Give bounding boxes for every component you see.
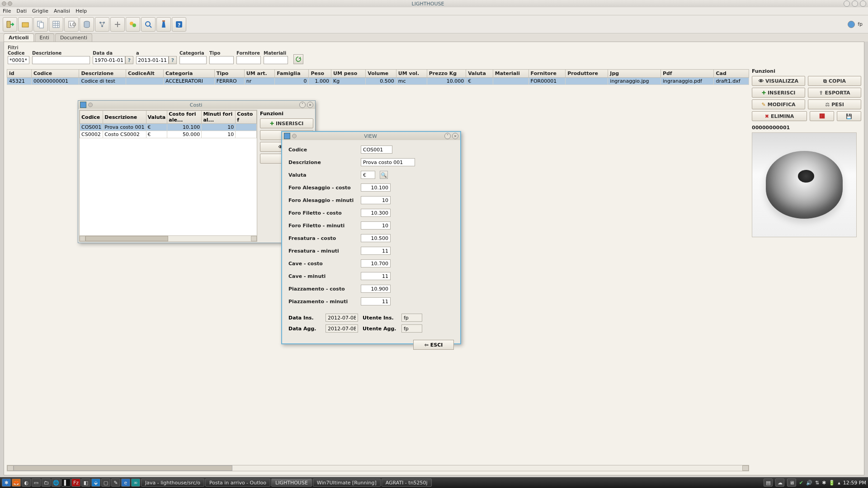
- toolbar-db-icon[interactable]: [80, 17, 94, 32]
- firefox-icon[interactable]: 🦊: [12, 479, 21, 487]
- costi-header[interactable]: Minuti fori al...: [202, 111, 236, 124]
- grid-cell[interactable]: 0.500: [366, 78, 396, 85]
- konsole-icon[interactable]: ▌: [61, 479, 71, 487]
- grid-header[interactable]: Descrizione: [79, 70, 126, 78]
- grid-header[interactable]: Materiali: [493, 70, 528, 78]
- table-row[interactable]: 4532100000000001Codice di testACCELERATO…: [7, 78, 749, 85]
- chrome-icon[interactable]: ◐: [22, 479, 31, 487]
- grid-header[interactable]: Prezzo Kg: [427, 70, 466, 78]
- grid-header[interactable]: UM peso: [331, 70, 366, 78]
- grid-cell[interactable]: FERRRO: [214, 78, 244, 85]
- costi-cell[interactable]: 10: [202, 124, 236, 131]
- toolbar-nav-icon[interactable]: [110, 17, 125, 32]
- copia-button[interactable]: ⧉COPIA: [808, 76, 861, 86]
- toolbar-box-icon[interactable]: [18, 17, 33, 32]
- filter-descrizione[interactable]: [32, 56, 90, 64]
- task-java[interactable]: Java - lighthouse/src/o: [141, 479, 204, 487]
- grid-header[interactable]: Tipo: [214, 70, 244, 78]
- date-picker-icon[interactable]: ?: [125, 56, 133, 64]
- view-fr-min[interactable]: [361, 247, 391, 255]
- grid-header[interactable]: Cad: [714, 70, 749, 78]
- grid-header[interactable]: UM vol.: [396, 70, 427, 78]
- grid-cell[interactable]: 00000000001: [31, 78, 79, 85]
- cube-icon[interactable]: ◧: [81, 479, 90, 487]
- grid-header[interactable]: Famiglia: [275, 70, 309, 78]
- tab-articoli[interactable]: Articoli: [4, 33, 34, 42]
- toolbar-graph-icon[interactable]: [95, 17, 109, 32]
- tray-icon[interactable]: ☁: [775, 479, 784, 487]
- refresh-button[interactable]: [293, 54, 303, 64]
- visualizza-button[interactable]: 👁VISUALIZZA: [752, 76, 805, 86]
- view-ff-costo[interactable]: [361, 209, 391, 217]
- filter-categoria[interactable]: [179, 56, 207, 64]
- grid-header[interactable]: Categoria: [164, 70, 215, 78]
- tab-enti[interactable]: Enti: [35, 33, 54, 42]
- tray-chevron-icon[interactable]: ▴: [838, 480, 840, 486]
- costi-hscrollbar[interactable]: [80, 235, 257, 241]
- lookup-icon[interactable]: 🔍: [380, 171, 388, 179]
- costi-header[interactable]: Valuta: [146, 111, 167, 124]
- grid-cell[interactable]: Codice di test: [79, 78, 126, 85]
- view-codice[interactable]: [361, 145, 392, 154]
- minimize-button[interactable]: [844, 0, 850, 7]
- grid-cell[interactable]: draft1.dxf: [714, 78, 749, 85]
- grid-header[interactable]: CodiceAlt: [126, 70, 163, 78]
- filezilla-icon[interactable]: Fz: [71, 479, 80, 487]
- toolbar-orbs-icon[interactable]: [126, 17, 140, 32]
- view-fa-costo[interactable]: [361, 183, 391, 192]
- window-pin-icon[interactable]: [8, 1, 12, 6]
- maximize-button[interactable]: [852, 0, 858, 7]
- table-row[interactable]: COS001Prova costo 001€10.10010: [80, 124, 257, 131]
- grid-cell[interactable]: 10.000: [427, 78, 466, 85]
- costi-cell[interactable]: €: [146, 124, 167, 131]
- menu-analisi[interactable]: Analisi: [54, 8, 70, 14]
- esci-button[interactable]: ⇦ESCI: [413, 340, 454, 350]
- grid-cell[interactable]: ingranaggio.jpg: [608, 78, 661, 85]
- costi-min-button[interactable]: ˅: [299, 102, 306, 108]
- costi-cell[interactable]: €: [146, 131, 167, 138]
- terminal-icon[interactable]: ▭: [32, 479, 41, 487]
- view-close-button[interactable]: ×: [452, 133, 458, 139]
- kde-start-icon[interactable]: ✱: [2, 479, 11, 487]
- toolbar-help-icon[interactable]: ?: [172, 17, 186, 32]
- grid-cell[interactable]: Kg: [331, 78, 366, 85]
- menu-file[interactable]: File: [3, 8, 11, 14]
- view-fa-min[interactable]: [361, 196, 391, 204]
- tray-net-icon[interactable]: ⇅: [815, 480, 819, 486]
- arduino-icon[interactable]: ∞: [131, 479, 140, 487]
- grid-hscrollbar[interactable]: [7, 465, 749, 471]
- grid-cell[interactable]: 1.000: [309, 78, 331, 85]
- grid-cell[interactable]: 0: [275, 78, 309, 85]
- grid-header[interactable]: Fornitore: [528, 70, 566, 78]
- toolbar-lighthouse-icon[interactable]: [156, 17, 171, 32]
- costi-header[interactable]: Costo f: [236, 111, 257, 124]
- view-cv-min[interactable]: [361, 272, 391, 280]
- view-fr-costo[interactable]: [361, 234, 391, 242]
- grid-cell[interactable]: ACCELERATORI: [164, 78, 215, 85]
- grid-cell[interactable]: FOR00001: [528, 78, 566, 85]
- costi-header[interactable]: Descrizione: [103, 111, 146, 124]
- costi-cell[interactable]: 10: [202, 131, 236, 138]
- grid-header[interactable]: UM art.: [244, 70, 274, 78]
- taskbar-clock[interactable]: 12:59 PM: [843, 480, 866, 486]
- inserisci-button[interactable]: ✚INSERISCI: [752, 88, 805, 98]
- pdf-button[interactable]: 🅿: [810, 111, 834, 121]
- costi-inserisci-button[interactable]: ✚INSERISCI: [260, 118, 313, 128]
- files-icon[interactable]: 🗀: [42, 479, 51, 487]
- view-cv-costo[interactable]: [361, 259, 391, 267]
- date-picker-icon[interactable]: ?: [169, 56, 177, 64]
- grid-cell[interactable]: [493, 78, 528, 85]
- esporta-button[interactable]: ⇪ESPORTA: [808, 88, 861, 98]
- toolbar-log-icon[interactable]: LOG: [64, 17, 79, 32]
- grid-header[interactable]: Peso: [309, 70, 331, 78]
- costi-cell[interactable]: 50.000: [167, 131, 202, 138]
- tray-volume-icon[interactable]: 🔊: [806, 480, 812, 486]
- view-ff-min[interactable]: [361, 221, 391, 230]
- close-button[interactable]: [860, 0, 866, 7]
- filter-fornitore[interactable]: [236, 56, 261, 64]
- grid-header[interactable]: Valuta: [466, 70, 493, 78]
- tray-battery-icon[interactable]: 🔋: [829, 480, 835, 486]
- tray-check-icon[interactable]: ✔: [799, 480, 803, 486]
- menu-dati[interactable]: Dati: [16, 8, 27, 14]
- grid-header[interactable]: Produttore: [566, 70, 608, 78]
